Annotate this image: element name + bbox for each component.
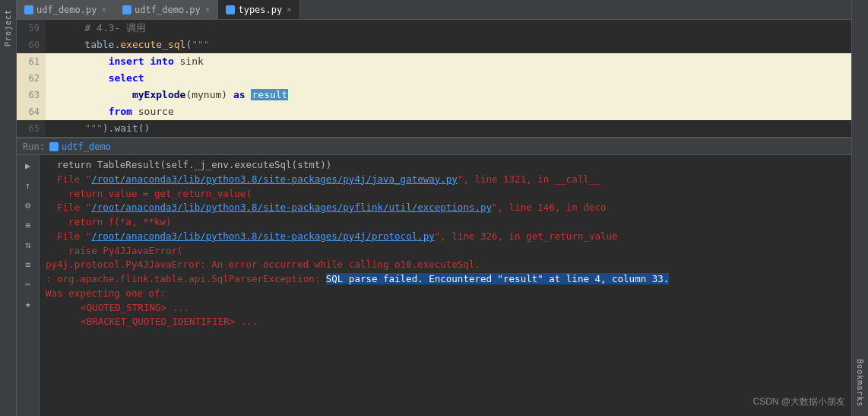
line-number-62: 62 [17,70,46,87]
tab-types-label: types.py [238,5,282,15]
console-line-10: Was expecting one of: [46,287,845,301]
error-highlight-text: SQL parse failed. Encountered "result" a… [326,273,670,284]
code-line-64: 64 from source [17,103,851,120]
link-pyflink-exceptions[interactable]: /root/anaconda3/lib/python3.8/site-packa… [91,202,492,213]
code-line-59: 59 # 4.3- 调用 [17,20,851,37]
line-content-63: myExplode(mynum) as result [56,87,851,103]
console-line-5: return f(*a, **kw) [46,215,845,230]
selected-text: result [251,89,288,100]
project-sidebar: Project [0,0,17,416]
line-number-61: 61 [17,53,46,70]
console-line-12: <BRACKET_QUOTED_IDENTIFIER> ... [46,315,845,329]
tab-bar: udf_demo.py × udtf_demo.py × types.py × [17,0,851,20]
code-editor[interactable]: 59 # 4.3- 调用 60 table.execute_sql(""" 61… [17,20,851,138]
play-button[interactable]: ▶ [21,158,36,173]
tab-types[interactable]: types.py × [218,0,299,19]
line-content-65: """).wait() [56,120,851,137]
sort-button[interactable]: ⇅ [21,237,36,252]
py-file-icon-2 [122,5,131,14]
run-py-icon [49,142,59,151]
console-toolbar: ▶ ↑ ⚙ ≡ ⇅ ≡ ✂ ★ [17,155,40,416]
bookmarks-label: Bookmarks [856,359,864,407]
cut-button[interactable]: ✂ [21,277,36,292]
main-content: udf_demo.py × udtf_demo.py × types.py × … [17,0,851,416]
link-java-gateway[interactable]: /root/anaconda3/lib/python3.8/site-packa… [91,173,458,185]
settings-button[interactable]: ⚙ [21,198,36,213]
run-bar: Run: udtf_demo [17,138,851,155]
console-line-6: File "/root/anaconda3/lib/python3.8/site… [46,230,845,244]
console-output: return TableResult(self._j_env.executeSq… [40,155,851,416]
code-line-61: 61 insert into sink [17,53,851,70]
line-content-60: table.execute_sql(""" [56,37,851,53]
code-lines-container: 59 # 4.3- 调用 60 table.execute_sql(""" 61… [17,20,851,137]
line-content-62: select [56,70,851,87]
bookmarks-sidebar: Bookmarks [851,0,868,416]
code-line-65: 65 """).wait() [17,120,851,137]
tab-udtf-label: udtf_demo.py [135,5,201,15]
console-line-1: return TableResult(self._j_env.executeSq… [46,158,845,173]
tab-udf-label: udf_demo.py [36,5,97,15]
line-content-61: insert into sink [56,53,851,70]
console-line-9: : org.apache.flink.table.api.SqlParserEx… [46,272,845,287]
console-line-11: <QUOTED_STRING> ... [46,301,845,316]
line-content-59: # 4.3- 调用 [56,20,851,37]
py-file-icon [24,5,33,14]
run-name-text: udtf_demo [62,141,111,152]
console-line-4: File "/root/anaconda3/lib/python3.8/site… [46,201,845,215]
list-button[interactable]: ≡ [21,257,36,272]
tab-udf-close[interactable]: × [101,5,106,14]
run-label: Run: [23,141,45,152]
tab-udtf-demo[interactable]: udtf_demo.py × [115,0,218,19]
tab-types-close[interactable]: × [287,5,292,14]
project-label: Project [4,9,12,46]
watermark: CSDN @大数据小朋友 [752,395,845,408]
code-line-60: 60 table.execute_sql(""" [17,37,851,53]
link-py4j-protocol[interactable]: /root/anaconda3/lib/python3.8/site-packa… [91,230,435,242]
tab-udf-demo[interactable]: udf_demo.py × [17,0,115,19]
line-number-63: 63 [17,87,46,103]
line-content-64: from source [56,103,851,120]
code-line-62: 62 select [17,70,851,87]
up-button[interactable]: ↑ [21,178,36,193]
console-line-7: raise Py4JJavaError( [46,244,845,259]
run-name: udtf_demo [49,141,111,152]
line-number-59: 59 [17,20,46,37]
console-line-8: py4j.protocol.Py4JJavaError: An error oc… [46,258,845,272]
line-number-65: 65 [17,120,46,137]
console-area: ▶ ↑ ⚙ ≡ ⇅ ≡ ✂ ★ return TableResult(self.… [17,155,851,416]
code-line-63: 63 myExplode(mynum) as result [17,87,851,103]
py-file-icon-3 [226,5,235,14]
line-number-60: 60 [17,37,46,53]
console-line-3: return_value = get_return_value( [46,187,845,202]
menu-button[interactable]: ≡ [21,218,36,233]
star-button[interactable]: ★ [21,297,36,312]
line-number-64: 64 [17,103,46,120]
console-line-2: File "/root/anaconda3/lib/python3.8/site… [46,173,845,187]
tab-udtf-close[interactable]: × [205,5,211,14]
